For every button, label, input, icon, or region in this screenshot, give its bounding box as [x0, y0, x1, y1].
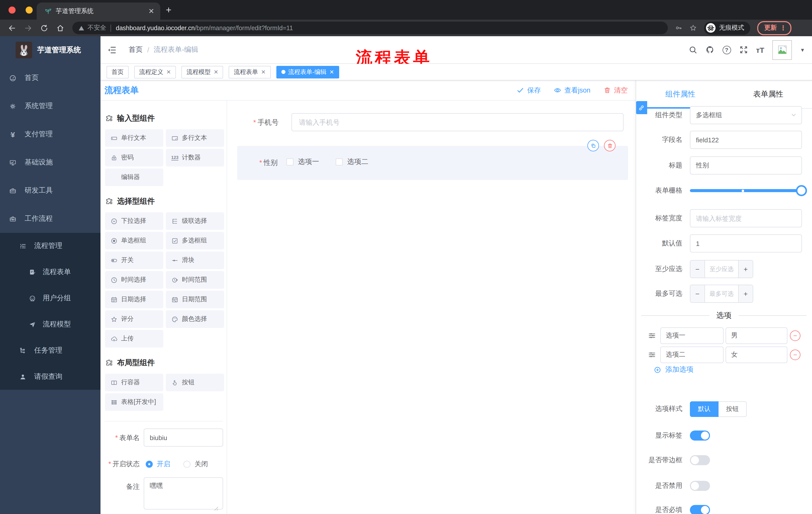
drag-handle-icon[interactable]	[648, 350, 656, 359]
component-chip-日期范围[interactable]: 日期范围	[166, 291, 224, 308]
browser-update-button[interactable]: 更新 ⋮	[757, 21, 791, 35]
option-value-input[interactable]	[726, 327, 787, 344]
back-icon[interactable]	[8, 24, 16, 32]
breadcrumb-home[interactable]: 首页	[128, 45, 143, 54]
address-bar[interactable]: 不安全 dashboard.yudao.iocoder.cn/bpm/manag…	[72, 22, 668, 34]
browser-tab[interactable]: 芋道管理系统 ✕	[37, 2, 160, 20]
bookmark-star-icon[interactable]	[689, 24, 697, 32]
max-count-placeholder[interactable]: 最多可选	[705, 285, 738, 302]
option-name-input[interactable]	[660, 346, 724, 363]
component-type-select[interactable]	[690, 106, 802, 124]
slider-handle[interactable]	[796, 185, 807, 196]
component-chip-多行文本[interactable]: 多行文本	[166, 129, 224, 147]
component-chip-下拉选择[interactable]: 下拉选择	[105, 212, 163, 230]
sidebar-item-流程模型[interactable]: 流程模型	[0, 311, 100, 337]
view-json-button[interactable]: 查看json	[554, 86, 590, 95]
tag-流程模型[interactable]: 流程模型✕	[181, 65, 223, 78]
tag-流程表单[interactable]: 流程表单✕	[229, 65, 270, 78]
resize-grip[interactable]	[213, 506, 218, 511]
min-count-placeholder[interactable]: 至少应选	[705, 261, 738, 278]
sidebar-item-用户分组[interactable]: 用户分组	[0, 285, 100, 311]
option-name-input[interactable]	[660, 327, 724, 344]
sidebar-item-流程管理[interactable]: 流程管理	[0, 233, 100, 259]
tag-close-icon[interactable]: ✕	[329, 69, 334, 75]
copy-field-button[interactable]	[587, 140, 599, 152]
toggle-是否必填[interactable]	[690, 505, 710, 514]
option-style-button[interactable]: 按钮	[719, 401, 747, 417]
option-style-default[interactable]: 默认	[690, 401, 719, 417]
fullscreen-icon[interactable]	[739, 45, 748, 54]
component-chip-单行文本[interactable]: 单行文本	[105, 129, 163, 147]
component-chip-时间选择[interactable]: 时间选择	[105, 271, 163, 289]
close-window-button[interactable]	[8, 6, 16, 13]
remove-option-button[interactable]: −	[790, 349, 801, 360]
avatar[interactable]	[772, 40, 792, 60]
component-chip-级联选择[interactable]: 级联选择	[166, 212, 224, 230]
selected-gender-field[interactable]: *性别 选项一选项二	[237, 146, 628, 180]
component-chip-编辑器[interactable]: 编辑器	[105, 168, 163, 186]
tag-首页[interactable]: 首页	[107, 65, 128, 78]
help-icon[interactable]: ?	[722, 46, 731, 54]
home-icon[interactable]	[56, 24, 64, 32]
component-chip-滑块[interactable]: 滑块	[166, 251, 224, 269]
title-input[interactable]	[690, 156, 802, 174]
save-button[interactable]: 保存	[517, 86, 541, 95]
radio-off[interactable]: 关闭	[183, 460, 208, 469]
sidebar-item-支付管理[interactable]: ¥支付管理	[0, 120, 100, 148]
sidebar-item-任务管理[interactable]: 任务管理	[0, 337, 100, 363]
toggle-是否带边框[interactable]	[690, 455, 710, 465]
tab-close-icon[interactable]: ✕	[148, 7, 154, 15]
link-tag[interactable]	[636, 101, 647, 114]
forward-icon[interactable]	[24, 24, 32, 32]
form-grid-slider[interactable]	[690, 182, 802, 200]
sidebar-fold-icon[interactable]	[107, 45, 117, 55]
component-chip-按钮[interactable]: 按钮	[166, 374, 224, 391]
tag-close-icon[interactable]: ✕	[261, 69, 266, 75]
gender-option-选项二[interactable]: 选项二	[336, 157, 368, 166]
remove-option-button[interactable]: −	[790, 330, 801, 341]
gender-option-选项一[interactable]: 选项一	[286, 157, 319, 166]
tag-流程表单-编辑[interactable]: 流程表单-编辑✕	[276, 65, 339, 78]
add-option-button[interactable]: 添加选项	[654, 365, 693, 374]
tag-close-icon[interactable]: ✕	[166, 69, 171, 75]
reload-icon[interactable]	[40, 24, 48, 32]
form-name-input[interactable]	[144, 429, 223, 447]
sidebar-item-工作流程[interactable]: 工作流程	[0, 205, 100, 233]
browser-menu-icon[interactable]: ⋮	[780, 24, 786, 32]
toggle-显示标签[interactable]	[690, 431, 710, 440]
sidebar-logo[interactable]: 🐰 芋道管理系统	[0, 36, 100, 64]
password-key-icon[interactable]	[675, 24, 683, 32]
checkbox-icon[interactable]	[286, 158, 293, 165]
sidebar-item-请假查询[interactable]: 请假查询	[0, 363, 100, 390]
minimize-window-button[interactable]	[26, 6, 33, 13]
component-chip-时间范围[interactable]: 时间范围	[166, 271, 224, 289]
sidebar-item-流程表单[interactable]: 流程表单	[0, 259, 100, 285]
font-size-icon[interactable]: ᴛT	[756, 46, 764, 54]
github-icon[interactable]	[705, 45, 714, 54]
component-chip-表格[开发中][interactable]: 表格[开发中]	[105, 393, 163, 411]
phone-field-input[interactable]	[291, 113, 624, 131]
component-chip-单选框组[interactable]: 单选框组	[105, 232, 163, 249]
component-chip-评分[interactable]: 评分	[105, 310, 163, 328]
delete-field-button[interactable]	[604, 140, 615, 152]
component-chip-日期选择[interactable]: 日期选择	[105, 291, 163, 308]
toggle-是否禁用[interactable]	[690, 481, 710, 491]
component-chip-密码[interactable]: 密码	[105, 149, 163, 166]
form-canvas[interactable]: *手机号 *性别 选项一选项二	[227, 101, 636, 514]
sidebar-item-首页[interactable]: 首页	[0, 64, 100, 92]
component-chip-开关[interactable]: 开关	[105, 251, 163, 269]
new-tab-button[interactable]: +	[166, 5, 171, 15]
decrease-button[interactable]: −	[690, 261, 705, 278]
avatar-caret-icon[interactable]: ▼	[800, 47, 805, 53]
tab-component-props[interactable]: 组件属性	[665, 89, 695, 99]
tag-流程定义[interactable]: 流程定义✕	[134, 65, 176, 78]
component-chip-多选框组[interactable]: 多选框组	[166, 232, 224, 249]
sidebar-item-基础设施[interactable]: 基础设施	[0, 148, 100, 177]
clear-button[interactable]: 清空	[604, 86, 628, 95]
component-type-value[interactable]	[690, 106, 802, 124]
field-name-input[interactable]	[690, 131, 802, 149]
label-width-input[interactable]	[690, 209, 802, 227]
increase-button[interactable]: +	[738, 261, 753, 278]
form-remark-textarea[interactable]: 嘿嘿	[144, 477, 223, 510]
tab-form-props[interactable]: 表单属性	[753, 89, 783, 99]
